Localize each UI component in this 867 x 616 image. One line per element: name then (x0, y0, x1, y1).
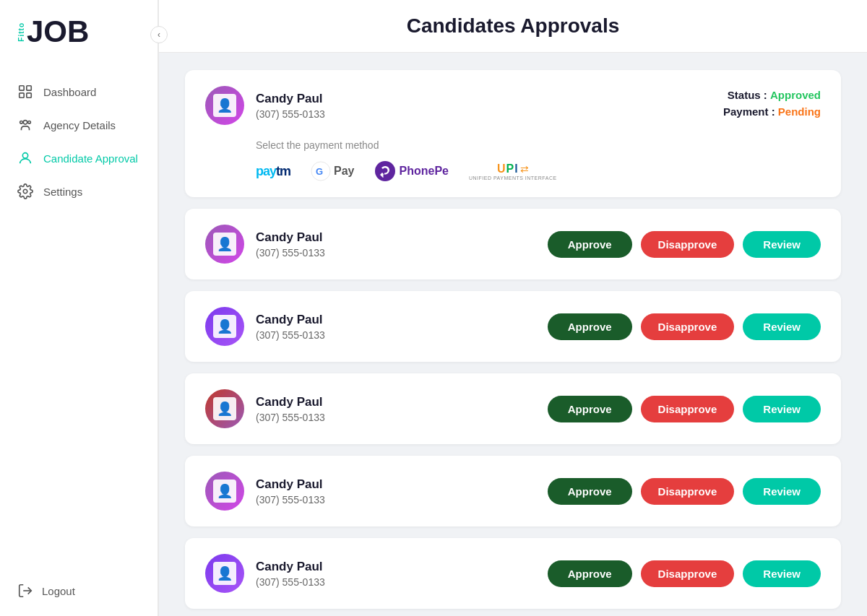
candidate-name: Candy Paul (256, 92, 712, 106)
action-buttons: Approve Disapprove Review (548, 231, 821, 258)
logo-area: Fitto JOB (0, 0, 158, 61)
svg-rect-3 (27, 93, 31, 97)
main-header: Candidates Approvals (159, 0, 867, 53)
approve-button[interactable]: Approve (548, 396, 632, 422)
status-label: Status (728, 89, 761, 101)
agency-icon (17, 117, 33, 133)
sidebar-item-settings[interactable]: Settings (0, 175, 158, 208)
payment-row: Payment : Pending (723, 105, 821, 118)
sidebar-item-label-dashboard: Dashboard (43, 86, 96, 98)
avatar: 👤 (205, 389, 244, 428)
candidate-name: Candy Paul (256, 230, 536, 245)
avatar: 👤 (205, 472, 244, 511)
sidebar-collapse-button[interactable]: ‹ (150, 26, 168, 43)
sidebar: Fitto JOB ‹ Dashboard (0, 0, 159, 616)
review-button[interactable]: Review (743, 560, 821, 587)
svg-rect-2 (20, 93, 24, 97)
disapprove-button[interactable]: Disapprove (641, 231, 735, 258)
logout-label: Logout (42, 585, 75, 597)
candidate-card: 👤 Candy Paul (307) 555-0133 Approve Disa… (185, 456, 841, 526)
candidate-card: 👤 Candy Paul (307) 555-0133 Approve Disa… (185, 291, 841, 362)
svg-point-7 (22, 153, 27, 158)
action-buttons: Approve Disapprove Review (548, 396, 821, 422)
disapprove-button[interactable]: Disapprove (641, 396, 735, 422)
candidate-info: Candy Paul (307) 555-0133 (256, 560, 536, 588)
candidate-icon (17, 150, 33, 166)
approve-button[interactable]: Approve (548, 478, 632, 505)
gpay-payment-option[interactable]: G Pay (311, 161, 354, 181)
candidate-name: Candy Paul (256, 313, 536, 327)
svg-point-8 (23, 189, 27, 194)
logo-job-text: JOB (27, 14, 89, 49)
approve-button[interactable]: Approve (548, 313, 632, 340)
avatar: 👤 (205, 225, 244, 264)
candidate-phone: (307) 555-0133 (256, 576, 536, 588)
candidate-phone: (307) 555-0133 (256, 329, 536, 341)
sidebar-item-label-candidate: Candidate Approval (43, 152, 138, 165)
paytm-payment-option[interactable]: paytm (256, 164, 290, 179)
payment-value: Pending (778, 105, 821, 118)
payment-methods-list: paytm G Pay (256, 161, 821, 181)
disapprove-button[interactable]: Disapprove (641, 313, 735, 340)
candidate-name: Candy Paul (256, 477, 536, 492)
svg-rect-1 (27, 86, 31, 90)
status-value: Approved (770, 89, 821, 101)
candidate-phone: (307) 555-0133 (256, 412, 536, 423)
svg-text:G: G (316, 166, 323, 177)
candidate-info: Candy Paul (307) 555-0133 (256, 230, 536, 259)
candidate-phone: (307) 555-0133 (256, 247, 536, 259)
logo-fitto-text: Fitto (17, 22, 25, 42)
candidate-name: Candy Paul (256, 395, 536, 409)
sidebar-item-candidate-approval[interactable]: Candidate Approval (0, 142, 158, 175)
review-button[interactable]: Review (743, 478, 821, 505)
approve-button[interactable]: Approve (548, 231, 632, 258)
upi-payment-option[interactable]: U P I ⇄ UNIFIED PAYMENTS INTERFACE (469, 162, 557, 181)
settings-icon (17, 183, 33, 199)
main-content-area: Candidates Approvals 👤 Candy Paul (307) … (159, 0, 867, 616)
candidate-card: 👤 Candy Paul (307) 555-0133 Approve Disa… (185, 209, 841, 279)
candidate-phone: (307) 555-0133 (256, 108, 712, 120)
payment-method-label: Select the payment method (256, 139, 821, 151)
candidate-card-first: 👤 Candy Paul (307) 555-0133 Status : App… (185, 70, 841, 197)
action-buttons: Approve Disapprove Review (548, 478, 821, 505)
svg-rect-0 (20, 86, 24, 90)
candidates-list: 👤 Candy Paul (307) 555-0133 Status : App… (159, 53, 867, 616)
review-button[interactable]: Review (743, 313, 821, 340)
avatar: 👤 (205, 307, 244, 346)
action-buttons: Approve Disapprove Review (548, 313, 821, 340)
candidate-name: Candy Paul (256, 560, 536, 574)
sidebar-item-label-agency: Agency Details (43, 119, 116, 131)
approve-button[interactable]: Approve (548, 560, 632, 587)
payment-method-section: Select the payment method paytm G Pay (205, 136, 821, 181)
status-row: Status : Approved (723, 89, 821, 101)
candidate-phone: (307) 555-0133 (256, 494, 536, 506)
candidate-info: Candy Paul (307) 555-0133 (256, 395, 536, 423)
candidate-info: Candy Paul (307) 555-0133 (256, 477, 536, 506)
logout-button[interactable]: Logout (17, 583, 140, 599)
candidate-card: 👤 Candy Paul (307) 555-0133 Approve Disa… (185, 538, 841, 609)
candidate-info: Candy Paul (307) 555-0133 (256, 313, 536, 341)
action-buttons: Approve Disapprove Review (548, 560, 821, 587)
sidebar-item-agency-details[interactable]: Agency Details (0, 108, 158, 142)
nav-menu: Dashboard Agency Details Candidate A (0, 61, 158, 571)
sidebar-bottom: Logout (0, 571, 158, 616)
svg-point-4 (23, 121, 27, 125)
payment-label: Payment (723, 105, 769, 118)
status-area: Status : Approved Payment : Pending (723, 89, 821, 122)
review-button[interactable]: Review (743, 231, 821, 258)
phonepe-payment-option[interactable]: PhonePe (375, 161, 449, 181)
avatar: 👤 (205, 86, 244, 125)
page-title: Candidates Approvals (188, 14, 838, 38)
disapprove-button[interactable]: Disapprove (641, 560, 735, 587)
sidebar-item-dashboard[interactable]: Dashboard (0, 75, 158, 108)
svg-point-5 (28, 121, 31, 124)
review-button[interactable]: Review (743, 396, 821, 422)
candidate-info: Candy Paul (307) 555-0133 (256, 92, 712, 120)
svg-point-6 (20, 121, 23, 124)
logout-icon (17, 583, 33, 599)
candidate-card: 👤 Candy Paul (307) 555-0133 Approve Disa… (185, 373, 841, 444)
dashboard-icon (17, 84, 33, 100)
sidebar-item-label-settings: Settings (43, 186, 82, 198)
avatar: 👤 (205, 554, 244, 593)
disapprove-button[interactable]: Disapprove (641, 478, 735, 505)
